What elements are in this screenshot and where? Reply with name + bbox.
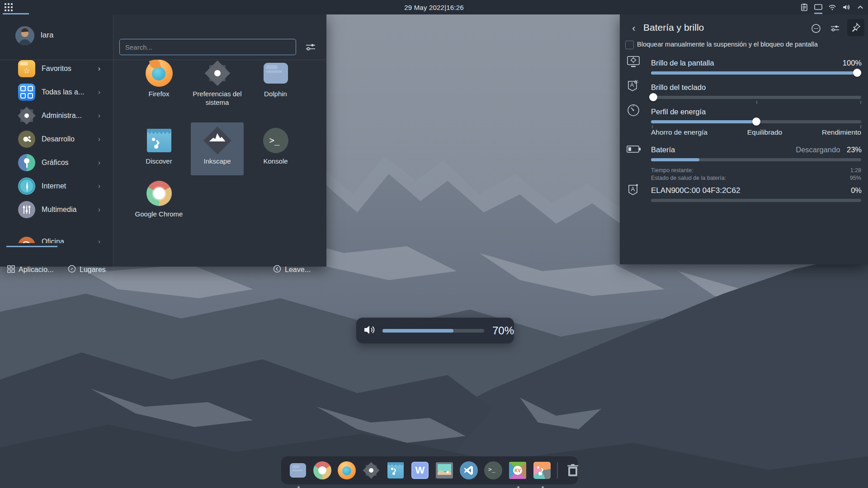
screen-brightness-slider[interactable] (651, 71, 861, 75)
pin-button[interactable] (847, 19, 864, 36)
screen-brightness-label: Brillo de la pantalla (651, 59, 714, 67)
power-profile-slider[interactable] (651, 120, 861, 123)
clipboard-icon[interactable] (799, 2, 809, 12)
app-inkscape[interactable]: Inkscape (191, 122, 244, 175)
back-button[interactable]: ‹ (628, 23, 640, 34)
menu-footer: Aplicacio... Lugares Leave... (0, 258, 326, 281)
running-indicator (297, 486, 300, 488)
volume-osd: 70% (356, 318, 514, 343)
development-icon (18, 131, 35, 148)
system-tray (799, 0, 865, 14)
screen-brightness-icon (626, 54, 641, 69)
dock-trash[interactable] (563, 461, 582, 480)
office-icon (18, 237, 35, 243)
dolphin-folder-icon (261, 59, 290, 88)
volume-value: 70% (492, 324, 514, 337)
volume-icon[interactable] (841, 2, 851, 12)
emoji-status-icon[interactable] (809, 22, 823, 35)
konsole-icon: >_ (261, 126, 290, 155)
sidebar-item-todas[interactable]: Todas las a... › (0, 80, 113, 104)
display-brightness-icon[interactable] (813, 2, 823, 12)
multimedia-icon (18, 201, 35, 218)
chevron-up-icon[interactable] (855, 2, 865, 12)
speaker-icon (363, 324, 376, 338)
clock[interactable]: 29 May 2022|16:26 (0, 0, 868, 14)
sidebar-item-desarrollo[interactable]: Desarrollo › (0, 127, 113, 151)
keyboard-brightness-label: Brillo del teclado (651, 83, 706, 92)
battery-icon (626, 142, 641, 156)
dock-konsole[interactable]: >_ (484, 461, 503, 480)
dock-kamoso[interactable]: › (533, 461, 552, 480)
active-indicator (814, 13, 822, 14)
tab-lugares[interactable]: Lugares (68, 262, 106, 277)
slider-handle[interactable] (752, 117, 760, 126)
dock-gwenview[interactable]: ★ (435, 461, 454, 480)
volume-progressbar (382, 329, 484, 333)
app-preferencias[interactable]: Preferencias del sistema (191, 55, 244, 108)
running-indicator (517, 486, 519, 488)
battery-status: Descargando 23% (796, 145, 862, 154)
app-dolphin[interactable]: Dolphin (249, 55, 302, 108)
sidebar-item-graficos[interactable]: Gráficos › (0, 151, 113, 174)
compass-icon (68, 265, 76, 275)
sidebar-item-internet[interactable]: Internet › (0, 174, 113, 198)
chevron-right-icon: › (98, 159, 100, 167)
battery-progressbar (651, 158, 861, 161)
inkscape-icon (203, 126, 232, 155)
tab-aplicaciones[interactable]: Aplicacio... (7, 262, 53, 277)
dock-dolphin[interactable] (288, 461, 307, 480)
dock: › W ★ >_ KV › (281, 456, 578, 484)
chevron-right-icon: › (98, 238, 100, 243)
dock-kvantum[interactable]: KV (508, 461, 527, 480)
configure-sliders-icon[interactable] (828, 22, 842, 35)
sidebar-item-administracion[interactable]: Administra... › (0, 104, 113, 127)
option-rendimiento[interactable]: Rendimiento (822, 128, 861, 136)
screen-brightness-value: 100% (843, 59, 862, 67)
slider-handle[interactable] (649, 93, 657, 101)
sidebar-item-favoritos[interactable]: ☆ Favoritos › (0, 57, 113, 80)
lock-suspend-checkbox[interactable] (625, 41, 634, 49)
chevron-right-icon: › (98, 206, 100, 214)
slider-handle[interactable] (853, 69, 861, 77)
dock-firefox[interactable] (337, 461, 356, 480)
slider-tick (756, 101, 757, 104)
dock-google-chrome[interactable] (313, 461, 332, 480)
app-konsole[interactable]: >_ Konsole (249, 122, 302, 175)
search-input[interactable] (119, 39, 296, 55)
battery-time-row: Tiempo restante:1:28 (651, 167, 861, 174)
dock-writer[interactable]: W (410, 461, 429, 480)
application-launcher-menu: lara ☆ Favoritos › Todas las a... › Admi… (0, 14, 326, 267)
svg-text:A: A (631, 186, 635, 192)
keyboard-brightness-slider[interactable] (651, 96, 861, 99)
checkbox-label: Bloquear manualmente la suspensión y el … (637, 41, 818, 48)
leave-button[interactable]: Leave... (273, 262, 311, 277)
chevron-right-icon: › (98, 112, 100, 120)
option-ahorro[interactable]: Ahorro de energía (651, 128, 708, 136)
system-settings-icon (18, 107, 35, 124)
touchpad-progressbar (651, 199, 861, 202)
dock-discover[interactable]: › (386, 461, 405, 480)
touchpad-value: 0% (851, 186, 862, 195)
slider-tick (860, 101, 861, 104)
graphics-icon (18, 154, 35, 171)
power-profile-gauge-icon (626, 103, 641, 117)
app-discover[interactable]: › Discover (132, 122, 185, 175)
chrome-icon (145, 179, 174, 208)
dock-vscode[interactable] (459, 461, 478, 480)
app-firefox[interactable]: Firefox (132, 55, 185, 108)
firefox-icon (145, 59, 174, 88)
user-name: lara (41, 31, 53, 40)
dock-system-settings[interactable] (362, 461, 381, 480)
sidebar-item-multimedia[interactable]: Multimedia › (0, 198, 113, 221)
running-indicator (542, 486, 544, 488)
filter-sliders-icon[interactable] (305, 42, 316, 53)
peripheral-battery-icon: A (626, 183, 641, 197)
leave-icon (273, 265, 281, 275)
touchpad-label: ELAN900C:00 04F3:2C62 (651, 186, 741, 195)
app-google-chrome[interactable]: Google Chrome (132, 175, 185, 228)
sidebar-item-oficina[interactable]: Oficina › (0, 221, 113, 243)
option-equilibrado[interactable]: Equilibrado (747, 128, 783, 136)
wifi-icon[interactable] (827, 2, 837, 12)
avatar[interactable] (15, 26, 34, 45)
top-panel: 29 May 2022|16:26 (0, 0, 868, 14)
